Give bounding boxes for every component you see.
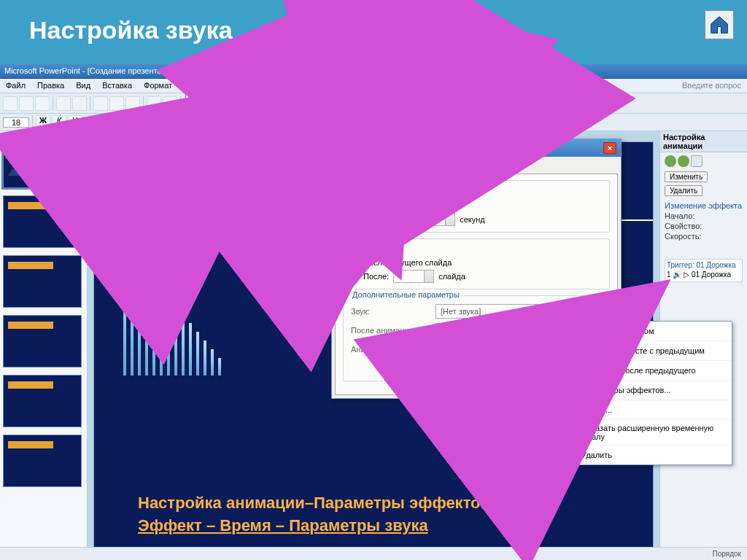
thumbnail-slide[interactable] [3,315,82,368]
after-anim-label: После анимации: [351,326,430,335]
text-anim-label: Анимация текста: [351,345,430,354]
pane-start-label: Начало: [665,211,743,221]
menu-item-slide-transition[interactable]: Смена слайдов... [186,201,314,217]
animation-context-menu: 🖱Запускать щелчком Запускать вместе с пр… [562,321,732,465]
menu-item-custom-animation[interactable]: Настройка анимации... [185,184,315,202]
menu-item-start-show[interactable]: Начать показF5 [186,94,314,110]
close-icon[interactable]: × [603,142,616,154]
tab-timing[interactable]: Время [381,160,421,174]
toolbar-separator [32,115,33,130]
ctx-show-timeline[interactable]: Показать расширенную временную шкалу [562,420,732,446]
playback-stop-fieldset: Закончить По щелчку После текущего слайд… [343,238,610,289]
radio-stop-after-slide[interactable]: После текущего слайда [351,257,603,268]
time-seconds-stepper[interactable] [414,213,455,226]
toolbar-print-icon[interactable] [56,96,71,111]
after-previous-icon [565,365,577,376]
status-bar: Порядок [0,547,747,560]
menu-tools[interactable]: Сервис [178,79,217,93]
ctx-delete[interactable]: Удалить [562,446,732,464]
menu-item-hide-slide[interactable]: Скрыть слайд [186,221,314,237]
menu-item-setup-show[interactable]: Настройка презентации... [186,114,314,130]
thumbnail-slide[interactable] [3,435,82,487]
ctx-start-after-previous[interactable]: Запускать после предыдущего [562,361,732,381]
pane-property-label: Свойство: [665,221,743,231]
change-button[interactable]: Изменить [665,171,708,182]
toolbar-copy-icon[interactable] [109,96,124,111]
back-icon[interactable] [665,155,676,167]
toolbar-preview-icon[interactable] [72,96,87,111]
dialog-titlebar: Воспроизвести Звук × [332,139,621,157]
toolbar-undo-icon[interactable] [147,96,161,111]
toolbar-redo-icon[interactable] [163,96,177,111]
menu-help[interactable]: Справка [314,79,357,93]
thumbnail-slide[interactable] [3,255,82,308]
toolbar-save-icon[interactable] [35,96,50,111]
menu-separator [186,167,314,168]
delay-stepper [436,361,476,374]
ctx-effect-options[interactable]: Параметры эффектов... [562,381,732,400]
sound-label: Звук: [351,307,430,316]
thumbnail-slide[interactable] [3,195,82,248]
thumbnail-slide[interactable] [3,136,82,188]
playback-start-fieldset: Начало воспроизведения С начала С послед… [343,180,610,233]
pane-section-label: Изменение эффекта [665,201,743,211]
slide-thumbnails-panel [0,131,88,560]
remove-button[interactable]: Удалить [665,185,703,196]
toolbar-separator [53,96,53,111]
ctx-start-with-previous[interactable]: Запускать вместе с предыдущим [562,341,732,361]
fontsize-combo[interactable]: 18 [3,117,29,128]
toolbar-paste-icon[interactable] [125,96,140,111]
toolbar-separator [90,96,90,111]
with-previous-icon [565,345,577,357]
standard-toolbar: 89% Конструктор Создать слайд [0,93,747,114]
toolbar-open-icon[interactable] [19,96,34,111]
thumbnail-slide[interactable] [3,375,82,427]
menu-edit[interactable]: Правка [31,79,70,93]
sound-combo[interactable]: [Нет звука] [436,304,603,319]
tab-sound-params[interactable]: Параметры звука [420,160,501,174]
home-icon[interactable] [705,10,734,39]
menu-insert[interactable]: Вставка [96,79,138,93]
slideshow-menu: Начать показF5 Настройка презентации... … [185,93,315,238]
menubar: Файл Правка Вид Вставка Формат Сервис По… [0,79,747,93]
menu-item-action-settings: Настройка действия... [186,149,314,166]
radio-from-time[interactable]: По времени:секунд [351,211,603,228]
toolbar-cut-icon[interactable] [93,96,108,111]
radio-from-last[interactable]: С последней позиции [351,200,603,211]
tab-effect[interactable]: Эффект [335,160,382,174]
slides-count-stepper[interactable] [393,270,434,283]
radio-stop-after-n[interactable]: После:слайда [351,268,603,284]
bold-icon[interactable]: Ж [36,115,50,130]
ask-question-box[interactable]: Введите вопрос [676,79,747,93]
menu-item-action-buttons[interactable]: Управляющие кнопки▸ [186,133,314,149]
menu-separator [186,131,314,132]
radio-from-start[interactable]: С начала [351,187,603,200]
menu-separator [186,219,314,219]
menu-separator [186,112,314,112]
dialog-tabs: Эффект Время Параметры звука [332,157,621,174]
trigger-list[interactable]: Триггер: 01 Дорожка 1 🔊 ▷ 01 Дорожка [665,259,743,282]
underline-icon[interactable]: Ч [68,115,82,130]
window-titlebar: Microsoft PowerPoint - [Создание презент… [0,64,747,79]
menu-item-animation-effects[interactable]: Эффекты анимации... [186,169,314,185]
toolbar-new-icon[interactable] [3,96,18,111]
decorative-bars [123,252,221,376]
radio-stop-click[interactable]: По щелчку [351,245,603,257]
menu-window[interactable]: Окно [285,79,315,93]
formatting-toolbar: 18 Ж К Ч S [0,114,747,131]
menu-format[interactable]: Формат [138,79,178,93]
mouse-icon: 🖱 [565,325,577,337]
shadow-icon[interactable]: S [84,115,98,130]
ctx-timing[interactable]: Время... [562,400,732,420]
italic-icon[interactable]: К [52,115,66,130]
menu-view[interactable]: Вид [70,79,96,93]
forward-icon[interactable] [678,155,689,167]
page-title: Настройка звука [29,16,233,44]
task-pane-title: Настройка анимации [660,131,747,152]
home-small-icon[interactable] [691,155,703,167]
menu-file[interactable]: Файл [0,79,31,93]
pane-speed-label: Скорость: [665,231,743,241]
menu-slideshow[interactable]: Показ слайдов [217,79,285,93]
toolbar-separator [143,96,144,111]
ctx-start-on-click[interactable]: 🖱Запускать щелчком [562,322,732,341]
